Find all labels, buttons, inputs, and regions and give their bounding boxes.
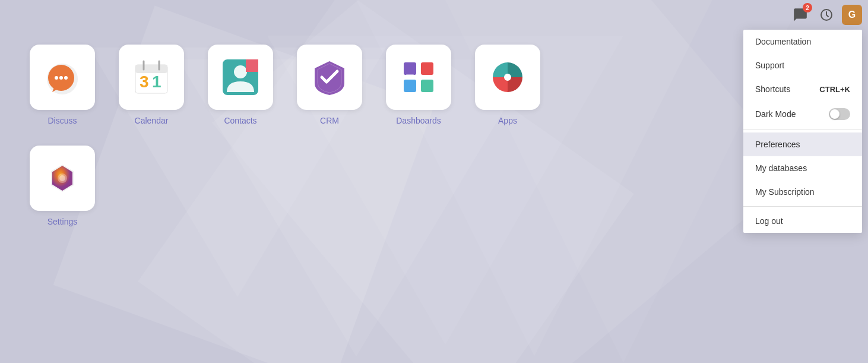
svg-rect-12 [135,65,167,73]
svg-point-26 [504,74,511,81]
apps-icon [487,56,528,98]
shortcuts-label: Shortcuts [755,84,790,94]
mydatabases-label: My databases [755,163,807,173]
svg-point-9 [59,76,63,80]
menu-item-documentation[interactable]: Documentation [743,30,862,53]
dark-mode-toggle[interactable] [829,108,850,120]
svg-text:1: 1 [152,72,161,91]
shortcuts-key: CTRL+K [819,85,850,94]
support-label: Support [755,61,784,70]
apps-icon-wrap [475,45,540,110]
calendar-icon-wrap: 3 1 [119,45,184,110]
calendar-icon: 3 1 [131,56,172,98]
dashboards-label: Dashboards [396,116,441,125]
contacts-icon-wrap [208,45,273,110]
logout-label: Log out [755,216,783,226]
clock-icon [819,8,834,22]
svg-point-10 [64,76,68,80]
discuss-icon-wrap [30,45,95,110]
menu-item-darkmode[interactable]: Dark Mode [743,101,862,127]
discuss-icon [42,56,83,98]
apps-label: Apps [498,116,517,125]
documentation-label: Documentation [755,37,811,46]
svg-text:3: 3 [140,72,149,91]
app-item-calendar[interactable]: 3 1 Calendar [113,45,190,125]
mysubscription-label: My Subscription [755,187,815,197]
topbar: 2 G [0,0,868,30]
menu-item-support[interactable]: Support [743,53,862,77]
svg-point-28 [59,175,65,181]
settings-icon-wrap [30,146,95,211]
svg-point-8 [55,76,58,80]
dropdown-menu: Documentation Support Shortcuts CTRL+K D… [743,30,862,233]
app-item-dashboards[interactable]: Dashboards [380,45,457,125]
menu-divider-1 [743,130,862,130]
svg-rect-25 [406,74,414,77]
menu-item-preferences[interactable]: Preferences [743,132,862,156]
crm-icon [309,56,350,98]
discuss-label: Discuss [47,116,77,125]
chat-badge: 2 [803,3,812,12]
menu-divider-2 [743,206,862,207]
app-row-2: Settings [18,137,107,235]
dashboards-icon [398,56,439,98]
clock-button[interactable] [816,4,837,26]
settings-label: Settings [47,217,78,226]
crm-icon-wrap [297,45,362,110]
contacts-icon [220,56,261,98]
svg-rect-24 [421,80,433,92]
preferences-label: Preferences [755,140,800,149]
app-item-discuss[interactable]: Discuss [24,45,101,125]
svg-point-18 [234,65,247,78]
app-item-contacts[interactable]: Contacts [202,45,279,125]
contacts-label: Contacts [224,116,256,125]
app-grid: Discuss 3 1 Calendar [18,36,552,134]
calendar-label: Calendar [135,116,169,125]
dashboards-icon-wrap [386,45,451,110]
svg-rect-21 [404,62,416,75]
menu-item-mydatabases[interactable]: My databases [743,156,862,180]
menu-item-logout[interactable]: Log out [743,209,862,233]
svg-rect-22 [421,62,433,75]
app-item-apps[interactable]: Apps [469,45,546,125]
darkmode-label: Dark Mode [755,109,796,119]
app-item-settings[interactable]: Settings [24,146,101,226]
settings-icon [42,157,83,199]
avatar-button[interactable]: G [842,5,862,25]
app-item-crm[interactable]: CRM [291,45,368,125]
svg-rect-23 [404,80,416,92]
menu-item-mysubscription[interactable]: My Subscription [743,180,862,204]
menu-item-shortcuts[interactable]: Shortcuts CTRL+K [743,77,862,101]
chat-button[interactable]: 2 [790,4,811,26]
crm-label: CRM [320,116,339,125]
